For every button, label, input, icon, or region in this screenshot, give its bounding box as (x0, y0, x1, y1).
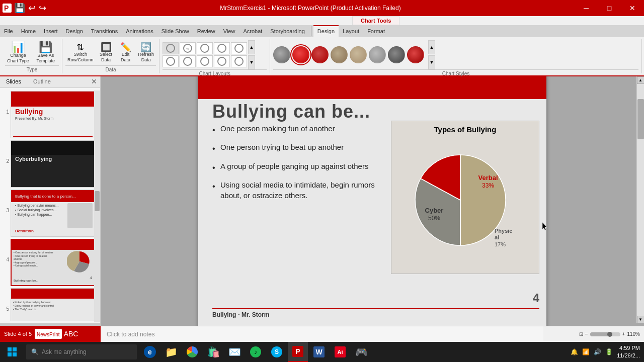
taskbar-clock[interactable]: 4:59 PM 11/26/2... (617, 344, 640, 360)
tab-format[interactable]: Format (363, 25, 389, 37)
slide-thumb-1[interactable]: Bullying Presented By: Mr. Storm (11, 91, 95, 138)
minimize-button[interactable]: ─ (575, 0, 598, 16)
taskbar-ppt-icon[interactable]: P (288, 342, 308, 362)
taskbar-search[interactable]: 🔍 Ask me anything (26, 344, 137, 359)
slide-canvas[interactable]: Bullying can be... • One person making f… (198, 76, 546, 326)
change-chart-type-button[interactable]: 📊 ChangeChart Type (5, 41, 31, 65)
slide-count-status: Slide 4 of 5 (4, 331, 32, 337)
panel-tabs: Slides Outline ✕ (0, 76, 100, 88)
select-data-button[interactable]: 🔲 SelectData (97, 42, 115, 64)
notes-placeholder: Click to add notes (107, 331, 154, 338)
taskbar-ie-icon[interactable]: e (140, 342, 160, 362)
switch-row-column-button[interactable]: ⇅ SwitchRow/Column (65, 42, 96, 64)
chart-style-1[interactable] (273, 46, 290, 63)
taskbar-skype-icon[interactable]: S (267, 342, 287, 362)
taskbar-acrobat-icon[interactable]: Ai (330, 342, 350, 362)
slide-thumb-row-3: 3 Bullying that is done to a person... •… (2, 190, 98, 237)
tab-insert[interactable]: Insert (40, 25, 62, 37)
tab-design-main[interactable]: Design (62, 25, 87, 37)
chart-layout-6[interactable] (163, 55, 179, 67)
chart-layout-7[interactable] (180, 55, 196, 67)
panel-close-button[interactable]: ✕ (88, 76, 100, 87)
scroll-track[interactable] (637, 84, 644, 316)
slide-thumb-4[interactable]: • One person making fun of another• One … (11, 239, 95, 286)
vertical-scrollbar[interactable]: ▲ ▼ (636, 76, 644, 323)
taskbar-app-icon[interactable]: 🎮 (351, 342, 371, 362)
slide-thumb-5[interactable]: • Kicked by their bullying behavior• Enj… (11, 288, 95, 321)
scroll-down-button[interactable]: ▼ (637, 316, 645, 323)
style-scroll-up[interactable]: ▲ (428, 40, 435, 54)
tab-home[interactable]: Home (17, 25, 40, 37)
layout-scroll-down[interactable]: ▼ (248, 55, 255, 69)
zoom-slider[interactable] (590, 332, 620, 336)
ribbon-group-chart-layouts: % (159, 39, 270, 73)
tab-slideshow[interactable]: Slide Show (157, 25, 193, 37)
tab-outline[interactable]: Outline (27, 76, 57, 87)
tab-view[interactable]: View (219, 25, 239, 37)
taskbar-notification-icon[interactable]: 🔔 (571, 348, 578, 355)
chart-layout-2[interactable]: % (180, 42, 196, 54)
windows-start-button[interactable] (0, 342, 24, 362)
ppt-status-bar: Slide 4 of 5 NewsPrint ABC (0, 326, 101, 342)
chart-layout-5[interactable] (231, 42, 247, 54)
zoom-fit-icon[interactable]: ⊡ (579, 331, 583, 337)
chart-layout-1[interactable] (163, 42, 179, 54)
taskbar-word-icon[interactable]: W (309, 342, 329, 362)
taskbar-mail-icon[interactable]: ✉️ (224, 342, 245, 362)
refresh-data-button[interactable]: 🔄 RefreshData (136, 42, 156, 64)
tab-transitions[interactable]: Transitions (87, 25, 122, 37)
layout-scroll-up[interactable]: ▲ (248, 40, 255, 54)
scroll-up-button[interactable]: ▲ (637, 76, 645, 84)
chart-layout-4[interactable] (214, 42, 230, 54)
save-template-icon: 💾 (39, 42, 52, 53)
taskbar-wifi-icon[interactable]: 📶 (582, 348, 590, 355)
tab-slides[interactable]: Slides (0, 76, 27, 87)
chart-style-4[interactable] (331, 46, 348, 63)
tab-file[interactable]: File (0, 25, 17, 37)
scroll-thumb[interactable] (637, 99, 644, 139)
chart-tools-bar: Chart Tools (0, 16, 644, 25)
chart-style-6[interactable] (369, 46, 386, 63)
taskbar-battery-icon[interactable]: 🔋 (605, 348, 613, 355)
slide-thumb-2[interactable]: Cyberbullying (11, 140, 95, 188)
taskbar-volume-icon[interactable]: 🔊 (594, 348, 601, 355)
slide-thumb-3[interactable]: Bullying that is done to a person... • B… (11, 190, 95, 237)
tab-design-chart[interactable]: Design (313, 25, 339, 37)
spellcheck-icon[interactable]: ABC (64, 329, 78, 338)
window-controls[interactable]: ─ □ ✕ (575, 0, 644, 16)
slide-panel-scroll-thumb[interactable] (95, 191, 100, 211)
slide-panel-scrollbar[interactable] (94, 90, 100, 322)
chart-style-5[interactable] (350, 46, 367, 63)
tab-layout[interactable]: Layout (339, 25, 363, 37)
chart-style-8[interactable] (407, 46, 424, 63)
style-scroll-down[interactable]: ▼ (428, 55, 435, 69)
chart-layout-10[interactable] (231, 55, 247, 67)
taskbar-chrome-icon[interactable] (182, 342, 202, 362)
chart-container[interactable]: Types of Bullying (391, 121, 539, 274)
layout-scroll-buttons[interactable]: ▲ ▼ (248, 40, 255, 69)
tab-review[interactable]: Review (193, 25, 219, 37)
chart-style-7[interactable] (388, 46, 405, 63)
chart-layout-9[interactable] (214, 55, 230, 67)
maximize-button[interactable]: □ (598, 0, 621, 16)
tab-animations[interactable]: Animations (122, 25, 157, 37)
theme-button[interactable]: NewsPrint (35, 329, 62, 339)
chart-style-3[interactable] (311, 46, 329, 63)
style-scroll-buttons[interactable]: ▲ ▼ (428, 40, 435, 69)
zoom-slider-thumb[interactable] (607, 332, 612, 337)
tab-storyboarding[interactable]: Storyboarding (266, 25, 309, 37)
taskbar-folder-icon[interactable]: 📁 (161, 342, 181, 362)
chart-layout-8[interactable] (197, 55, 213, 67)
taskbar-spotify-icon[interactable]: ♪ (246, 342, 266, 362)
svg-point-10 (201, 57, 209, 65)
edit-data-button[interactable]: ✏️ EditData (117, 42, 135, 64)
save-as-template-button[interactable]: 💾 Save AsTemplate (33, 41, 58, 65)
taskbar-store-icon[interactable]: 🛍️ (203, 342, 223, 362)
close-button[interactable]: ✕ (621, 0, 644, 16)
bullet-3: • A group of people ganging up against o… (212, 161, 388, 173)
zoom-in-button[interactable]: + (622, 331, 625, 337)
chart-style-2[interactable] (292, 46, 309, 63)
chart-layout-3[interactable] (197, 42, 213, 54)
zoom-out-button[interactable]: − (585, 331, 588, 337)
tab-acrobat[interactable]: Acrobat (239, 25, 266, 37)
